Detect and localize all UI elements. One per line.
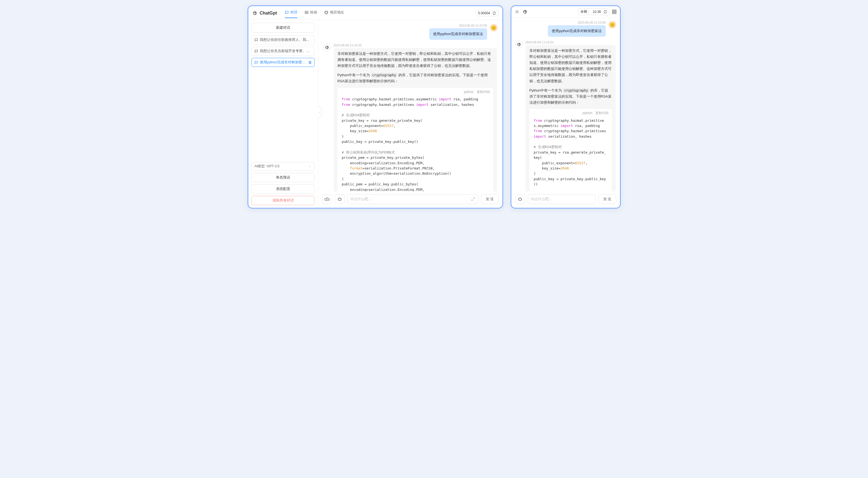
- chat-bubble-icon: [254, 38, 258, 42]
- user-avatar: 🙂: [609, 21, 616, 29]
- robot-icon: [518, 197, 523, 202]
- svg-point-4: [326, 46, 329, 49]
- credit-balance[interactable]: 余额： 10.36: [578, 8, 609, 15]
- clear-all-button[interactable]: 清除所有对话: [251, 196, 315, 205]
- mobile-header: 余额： 10.36: [511, 6, 620, 18]
- app-logo-icon: [522, 9, 528, 14]
- cloud-download-icon: [324, 197, 330, 202]
- svg-point-6: [523, 10, 527, 13]
- role-preset-button[interactable]: 角色预设: [251, 173, 315, 182]
- svg-rect-8: [615, 10, 616, 11]
- assistant-bubble: 非对称加密算法是一种加密方式，它使用一对密钥，即公钥和私钥，其中公钥可以公开，私…: [526, 45, 616, 192]
- chevron-down-icon: [308, 165, 312, 168]
- code-block: python 复制代码 from cryptography.hazmat.pri…: [338, 88, 493, 192]
- export-button[interactable]: [322, 194, 332, 204]
- code-content[interactable]: from cryptography.hazmat.primitives.asym…: [338, 96, 493, 192]
- model-select-label: AI模型: GPT-3.5: [254, 164, 280, 169]
- message-timestamp: 2023-05-09 11:23:20: [526, 41, 554, 44]
- sidebar: 新建对话 我想让你担任歌曲推荐人。我将为… 我想让你充当前端开发专家。我将… 使…: [248, 20, 318, 208]
- svg-rect-12: [519, 198, 522, 201]
- user-message: 🙂 2023-05-09 11:22:59 使用python完成非对称加密算法: [515, 21, 616, 37]
- user-bubble: 使用python完成非对称加密算法: [548, 25, 606, 37]
- message-input[interactable]: 问点什么吧…: [528, 194, 596, 204]
- message-list[interactable]: 🙂 2023-05-09 11:22:59 使用python完成非对称加密算法 …: [318, 20, 502, 192]
- svg-point-2: [306, 12, 306, 12]
- assistant-paragraph: 非对称加密算法是一种加密方式，它使用一对密钥，即公钥和私钥，其中公钥可以公开，私…: [338, 51, 493, 69]
- tab-draw[interactable]: 绘画: [305, 8, 317, 18]
- message-timestamp: 2023-05-09 11:22:59: [578, 21, 606, 24]
- chat-area: 🙂 2023-05-09 11:22:59 使用python完成非对称加密算法 …: [318, 20, 502, 208]
- send-button[interactable]: 发 送: [599, 194, 616, 204]
- tab-repo[interactable]: 项目地址: [324, 8, 344, 18]
- tab-chat-label: 对话: [290, 10, 298, 15]
- svg-rect-7: [612, 10, 614, 11]
- expand-icon[interactable]: [471, 197, 475, 201]
- credit-value: 10.36: [593, 10, 601, 14]
- send-button[interactable]: 发 送: [481, 194, 499, 204]
- prompt-library-button[interactable]: [515, 194, 525, 204]
- input-placeholder: 问点什么吧…: [531, 197, 552, 202]
- conversation-item-active[interactable]: 使用python完成非对称加密算法: [251, 58, 315, 67]
- app-logo-icon: [252, 10, 257, 16]
- github-icon: [324, 10, 329, 14]
- grid-icon[interactable]: [612, 9, 617, 14]
- svg-point-11: [517, 43, 520, 46]
- openai-icon: [324, 45, 330, 50]
- chat-bubble-icon: [254, 61, 258, 64]
- bot-avatar: [323, 44, 331, 51]
- copy-code-button[interactable]: 复制代码: [595, 110, 609, 116]
- assistant-paragraph: Python中有一个名为 cryptography 的库，它提供了非对称加密算法…: [529, 88, 612, 106]
- assistant-paragraph: 非对称加密算法是一种加密方式，它使用一对密钥，即公钥和私钥，其中公钥可以公开，私…: [529, 48, 612, 84]
- image-icon: [305, 10, 309, 14]
- composer: 问点什么吧… 发 送: [511, 192, 620, 208]
- menu-icon[interactable]: [515, 10, 520, 14]
- chat-bubble-icon: [254, 49, 258, 53]
- assistant-message: 2023-05-09 11:23:20 非对称加密算法是一种加密方式，它使用一对…: [515, 41, 616, 192]
- tab-draw-label: 绘画: [310, 10, 317, 15]
- copy-code-button[interactable]: 复制代码: [477, 90, 490, 95]
- chat-icon: [285, 10, 289, 14]
- svg-rect-5: [338, 198, 341, 201]
- code-content[interactable]: from cryptography.hazmat.primitives.asym…: [529, 117, 612, 192]
- conversation-title: 我想让你担任歌曲推荐人。我将为…: [260, 38, 312, 42]
- desktop-window: ChatGpt 对话 绘画 项目地址 5.00004: [248, 5, 503, 208]
- credit-value: 5.00004: [478, 11, 490, 15]
- tab-chat[interactable]: 对话: [285, 8, 298, 18]
- message-timestamp: 2023-05-09 11:22:59: [459, 24, 487, 27]
- code-language-label: python: [582, 110, 592, 116]
- trash-icon[interactable]: [308, 61, 312, 64]
- conversation-title: 使用python完成非对称加密算法: [260, 60, 306, 65]
- header-bar: ChatGpt 对话 绘画 项目地址 5.00004: [248, 6, 502, 20]
- svg-rect-10: [615, 12, 616, 13]
- assistant-bubble: 非对称加密算法是一种加密方式，它使用一对密钥，即公钥和私钥，其中公钥可以公开，私…: [334, 48, 497, 192]
- user-bubble: 使用python完成非对称加密算法: [429, 28, 487, 40]
- user-message: 🙂 2023-05-09 11:22:59 使用python完成非对称加密算法: [323, 24, 498, 40]
- inline-code: cryptography: [371, 73, 398, 77]
- prompt-library-button[interactable]: [335, 194, 345, 204]
- message-input[interactable]: 问点什么吧…: [347, 194, 478, 204]
- refresh-icon: [492, 11, 496, 15]
- conversation-item[interactable]: 我想让你充当前端开发专家。我将…: [251, 46, 315, 56]
- svg-rect-9: [612, 12, 614, 13]
- conversation-item[interactable]: 我想让你担任歌曲推荐人。我将为…: [251, 35, 315, 44]
- message-timestamp: 2023-05-09 11:23:20: [334, 44, 362, 47]
- input-placeholder: 问点什么吧…: [350, 197, 372, 202]
- inline-code: cryptography: [563, 88, 590, 93]
- openai-icon: [517, 42, 522, 47]
- model-select[interactable]: AI模型: GPT-3.5: [251, 162, 315, 171]
- system-config-button[interactable]: 系统配置: [251, 184, 315, 194]
- credit-label: 余额：: [581, 9, 590, 14]
- new-chat-button[interactable]: 新建对话: [251, 23, 315, 33]
- app-title: ChatGpt: [260, 11, 277, 15]
- user-avatar: 🙂: [490, 24, 498, 32]
- code-block: python 复制代码 from cryptography.hazmat.pri…: [529, 109, 612, 192]
- assistant-message: 2023-05-09 11:23:20 非对称加密算法是一种加密方式，它使用一对…: [323, 44, 498, 192]
- credit-balance[interactable]: 5.00004: [475, 10, 498, 16]
- mobile-window: 余额： 10.36 🙂 2023-05-09 11:22:59 使用python…: [511, 5, 621, 208]
- assistant-paragraph: Python中有一个名为 cryptography 的库，它提供了非对称加密算法…: [338, 72, 493, 84]
- composer: 问点什么吧… 发 送: [318, 192, 502, 208]
- robot-icon: [337, 197, 342, 202]
- tab-repo-label: 项目地址: [330, 10, 344, 15]
- mobile-message-list[interactable]: 🙂 2023-05-09 11:22:59 使用python完成非对称加密算法 …: [511, 18, 620, 192]
- bot-avatar: [515, 41, 523, 48]
